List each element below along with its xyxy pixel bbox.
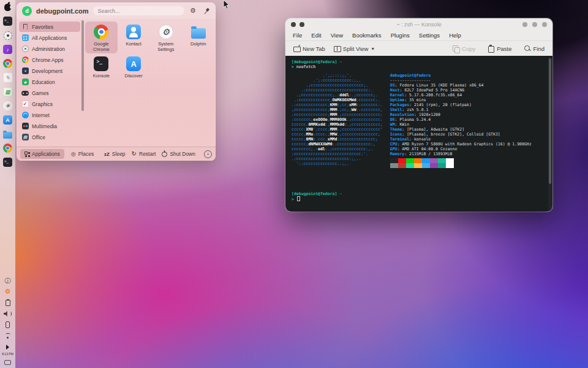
sidebar-item-office[interactable]: ▤Office	[19, 132, 80, 142]
konsole-icon[interactable]: >_	[2, 157, 13, 167]
app-tile-google-chrome[interactable]: Google Chrome	[85, 21, 118, 53]
app-tile-system-settings[interactable]: ⚙System Settings	[150, 21, 183, 53]
sidebar-item-development[interactable]: ✦Development	[19, 66, 80, 76]
terminal-area[interactable]: [debugpoint@fedora] ~ > neofetch .',;:::…	[285, 56, 552, 212]
screenshot-icon[interactable]	[2, 30, 13, 40]
dark-utility-icon[interactable]: >_	[2, 16, 13, 26]
paste-label: Paste	[497, 45, 511, 52]
audio-app-icon[interactable]: ♪	[2, 44, 13, 55]
info-line-shell: Shell: zsh 5.8.1	[390, 107, 532, 112]
sidebar-item-label: Graphics	[32, 101, 53, 107]
info-line-kernel: Kernel: 5.17.6-200.fc35.x86_64	[390, 93, 532, 98]
clipboard-icon[interactable]	[4, 299, 12, 307]
sidebar-item-multimedia[interactable]: Multimedia	[19, 121, 80, 131]
menu-item-plugins[interactable]: Plugins	[391, 32, 410, 39]
sidebar-item-education[interactable]: ◆Education	[19, 77, 80, 87]
tab-places-label: Places	[78, 151, 94, 157]
application-launcher: d debugpoint.com ⚙ FavoritesAll Applicat…	[17, 2, 216, 161]
terminal-color-palette	[390, 158, 532, 168]
app-tile-label: Dolphin	[190, 42, 206, 47]
copy-button[interactable]: Copy	[450, 44, 478, 54]
category-sidebar: FavoritesAll ApplicationsAdministrationC…	[17, 19, 81, 147]
launcher-footer: Applications ◎ Places zZ Sleep ↻ Restart…	[17, 147, 216, 161]
terminal-scrollbar[interactable]	[548, 57, 552, 210]
volume-icon[interactable]	[4, 310, 12, 318]
sidebar-item-internet[interactable]: Internet	[19, 110, 80, 120]
app-tile-kontact[interactable]: Kontact	[118, 21, 150, 53]
tab-applications-label: Applications	[32, 151, 60, 157]
sidebar-item-all-applications[interactable]: All Applications	[19, 33, 80, 43]
internet-icon	[21, 112, 29, 119]
konsole-icon: >_	[93, 56, 109, 72]
sidebar-item-label: Education	[32, 79, 55, 85]
app-store-icon[interactable]: A	[2, 115, 13, 125]
search-input[interactable]	[93, 6, 184, 15]
new-tab-button[interactable]: New Tab	[290, 44, 328, 54]
office-app-icon[interactable]: ▦	[2, 86, 13, 97]
show-desktop-button[interactable]	[4, 358, 12, 366]
app-tile-dolphin[interactable]: Dolphin	[182, 21, 214, 53]
tray-expander-icon[interactable]	[4, 343, 12, 351]
sidebar-item-administration[interactable]: Administration	[19, 44, 80, 54]
tab-places[interactable]: ◎ Places	[67, 149, 98, 159]
sidebar-item-favorites[interactable]: Favorites	[19, 21, 80, 32]
info-line-gpu: GPU: AMD ATI 04:00.0 Cezanne	[390, 147, 532, 151]
discover-icon: A	[126, 56, 141, 72]
menu-item-view[interactable]: View	[331, 32, 343, 39]
restart-button[interactable]: ↻ Restart	[132, 151, 156, 157]
menu-item-file[interactable]: File	[293, 32, 302, 39]
chrome-icon[interactable]	[2, 58, 13, 69]
sidebar-item-label: Games	[32, 90, 48, 96]
find-button[interactable]: Find	[521, 44, 548, 54]
app-tile-label: Discover	[125, 74, 143, 79]
tab-applications[interactable]: Applications	[20, 149, 64, 159]
menu-item-bookmarks[interactable]: Bookmarks	[352, 32, 382, 39]
network-icon[interactable]	[4, 332, 12, 340]
sleep-button[interactable]: zZ Sleep	[104, 151, 126, 157]
paste-button[interactable]: Paste	[484, 44, 514, 54]
launcher-body: FavoritesAll ApplicationsAdministrationC…	[17, 19, 216, 147]
games-icon	[21, 90, 29, 97]
restart-label: Restart	[139, 151, 156, 157]
apple-menu-icon[interactable]	[2, 2, 13, 12]
menu-item-help[interactable]: Help	[449, 32, 461, 39]
prompt-line-3: >	[292, 196, 546, 202]
multimedia-icon	[21, 123, 29, 130]
app-tile-label: Google Chrome	[86, 42, 116, 52]
sidebar-item-chrome-apps[interactable]: Chrome Apps	[19, 55, 80, 65]
sidebar-item-label: Chrome Apps	[32, 57, 64, 63]
toolbar-right: Copy Paste Find	[450, 44, 548, 54]
shutdown-label: Shut Down	[170, 151, 195, 157]
sidebar-item-games[interactable]: Games	[19, 88, 80, 98]
sidebar-item-graphics[interactable]: ✓Graphics	[19, 99, 80, 109]
app-tile-label: System Settings	[151, 42, 181, 52]
chrome-icon[interactable]	[2, 143, 13, 153]
titlebar[interactable]: ~ : zsh — Konsole	[285, 18, 552, 30]
pin-icon[interactable]	[202, 7, 210, 15]
updates-icon[interactable]: ⚙	[4, 288, 12, 296]
split-view-button[interactable]: Split View ▼	[331, 44, 378, 54]
app-tile-konsole[interactable]: >_Konsole	[85, 53, 118, 85]
configure-icon[interactable]: ⚙	[189, 7, 197, 15]
user-avatar[interactable]: d	[22, 6, 32, 16]
sidebar-scrollbar[interactable]	[81, 19, 84, 147]
find-icon	[524, 45, 531, 52]
sidebar-item-label: Multimedia	[32, 123, 57, 129]
device-icon[interactable]	[4, 321, 12, 329]
info-line-uptime: Uptime: 35 mins	[390, 98, 532, 102]
favorites-grid: Google ChromeKontact⚙System SettingsDolp…	[84, 19, 216, 147]
menu-item-edit[interactable]: Edit	[311, 32, 321, 39]
menu-item-settings[interactable]: Settings	[419, 32, 440, 39]
system-settings-icon[interactable]: ✳	[2, 101, 13, 111]
notes-icon[interactable]: ✎	[2, 72, 13, 83]
expand-chevron-icon[interactable]: ›	[204, 150, 212, 158]
info-line-host: Host: 82L7 IdeaPad 5 Pro 14ACN6	[390, 88, 532, 93]
file-manager-icon[interactable]	[2, 129, 13, 139]
power-icon	[162, 151, 167, 157]
info-line-resolution: Resolution: 1920x1200	[390, 112, 532, 117]
app-tile-discover[interactable]: ADiscover	[118, 53, 150, 85]
clock[interactable]: 8:13 PM	[2, 352, 14, 356]
chrome-apps-icon	[21, 56, 29, 64]
info-icon[interactable]: ⓘ	[4, 277, 12, 285]
shutdown-button[interactable]: Shut Down	[162, 151, 195, 157]
